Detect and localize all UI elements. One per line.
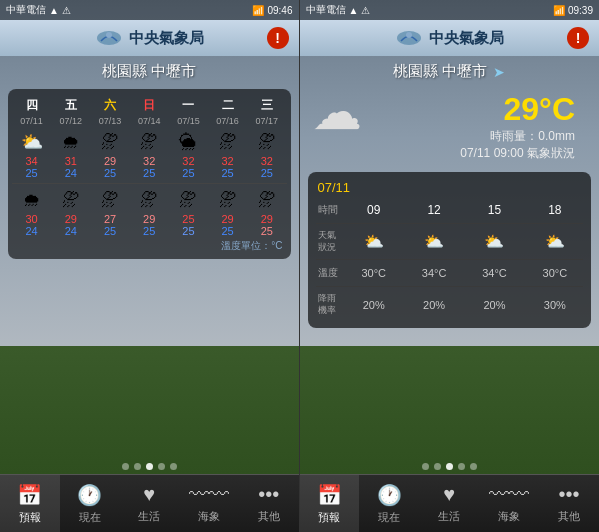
forecast-table-container: 四 五 六 日 一 二 三 07/11 07/12 07/13 07/14 07… xyxy=(8,89,291,259)
condition-label: 天氣狀況 xyxy=(314,227,344,256)
low-am-1: 24 xyxy=(51,167,90,179)
time-right: 09:39 xyxy=(568,5,593,16)
icon-am-4: 🌦 xyxy=(169,129,208,155)
nav-ocean-left[interactable]: 〰〰 海象 xyxy=(179,475,239,532)
nav-label-current-left: 現在 xyxy=(79,510,101,525)
cond-icon-1: ⛅ xyxy=(404,227,464,256)
status-right: 📶 09:46 xyxy=(252,5,292,16)
nav-label-life-left: 生活 xyxy=(138,509,160,524)
icon-pm-3: ⛈ xyxy=(130,188,169,213)
rain-hour-0: 20% xyxy=(344,290,404,319)
hourly-time-row: 時間 09 12 15 18 xyxy=(314,200,586,220)
signal-icons-right: ▲ ⚠ xyxy=(349,5,371,16)
page-dots-left xyxy=(0,463,299,470)
cond-icon-0: ⛅ xyxy=(344,227,404,256)
high-pm-6: 29 xyxy=(247,213,286,225)
high-am-0: 34 xyxy=(12,155,51,167)
rain-hour-2: 20% xyxy=(464,290,524,319)
low-pm-4: 25 xyxy=(169,225,208,237)
day-header-row: 四 五 六 日 一 二 三 xyxy=(12,95,287,116)
nav-current-left[interactable]: 🕐 現在 xyxy=(60,475,120,532)
nav-life-right[interactable]: ♥ 生活 xyxy=(419,475,479,532)
icon-pm-6: ⛈ xyxy=(247,188,286,213)
current-weather-section: ☁ 29°C 時雨量：0.0mm 07/11 09:00 氣象狀況 xyxy=(300,83,600,166)
nav-label-ocean-right: 海象 xyxy=(498,509,520,524)
page-dots-right xyxy=(300,463,600,470)
low-am-5: 25 xyxy=(208,167,247,179)
low-pm-2: 25 xyxy=(90,225,129,237)
hour-3: 18 xyxy=(525,200,585,220)
icon-am-0: ⛅ xyxy=(12,129,51,155)
dot-1[interactable] xyxy=(134,463,141,470)
dot-r-0[interactable] xyxy=(422,463,429,470)
icon-pm-4: ⛈ xyxy=(169,188,208,213)
nav-more-right[interactable]: ••• 其他 xyxy=(539,475,599,532)
dot-r-2-active[interactable] xyxy=(446,463,453,470)
weather-icons-pm: 🌧 ⛈ ⛈ ⛈ ⛈ ⛈ ⛈ xyxy=(12,188,287,213)
nav-label-ocean-left: 海象 xyxy=(198,509,220,524)
nav-ocean-right[interactable]: 〰〰 海象 xyxy=(479,475,539,532)
nav-forecast-right[interactable]: 📅 預報 xyxy=(300,475,360,532)
hourly-date: 07/11 xyxy=(314,180,586,195)
alert-icon-right[interactable]: ! xyxy=(567,27,589,49)
carrier-left: 中華電信 xyxy=(6,3,46,17)
hourly-forecast-container: 07/11 時間 09 12 15 18 天氣狀況 ⛅ ⛅ ⛅ ⛅ xyxy=(308,172,592,328)
current-icon-left: 🕐 xyxy=(77,483,102,507)
dot-r-1[interactable] xyxy=(434,463,441,470)
date-4: 07/15 xyxy=(169,116,208,129)
status-bar-left: 中華電信 ▲ ⚠ 📶 09:46 xyxy=(0,0,299,20)
high-am-1: 31 xyxy=(51,155,90,167)
date-1: 07/12 xyxy=(51,116,90,129)
dot-3[interactable] xyxy=(158,463,165,470)
low-am-4: 25 xyxy=(169,167,208,179)
high-pm-5: 29 xyxy=(208,213,247,225)
current-temperature: 29°C xyxy=(504,91,576,128)
high-pm-1: 29 xyxy=(51,213,90,225)
header-logo-left: 中央氣象局 xyxy=(95,27,204,49)
dot-4[interactable] xyxy=(170,463,177,470)
low-am-0: 25 xyxy=(12,167,51,179)
weather-icons-am: ⛅ 🌧 ⛈ ⛈ 🌦 ⛈ ⛈ xyxy=(12,129,287,155)
cwa-logo-left xyxy=(95,27,123,49)
day-1: 五 xyxy=(51,95,90,116)
svg-point-3 xyxy=(406,32,412,38)
nav-current-right[interactable]: 🕐 現在 xyxy=(359,475,419,532)
dot-0[interactable] xyxy=(122,463,129,470)
hour-1: 12 xyxy=(404,200,464,220)
icon-am-2: ⛈ xyxy=(90,129,129,155)
temp-low-pm: 24 24 25 25 25 25 25 xyxy=(12,225,287,237)
temp-low-am: 25 24 25 25 25 25 25 xyxy=(12,167,287,179)
date-header-row: 07/11 07/12 07/13 07/14 07/15 07/16 07/1… xyxy=(12,116,287,129)
forecast-table: 四 五 六 日 一 二 三 07/11 07/12 07/13 07/14 07… xyxy=(12,95,287,237)
life-icon-right: ♥ xyxy=(443,483,455,506)
hourly-temp-row: 溫度 30°C 34°C 34°C 30°C xyxy=(314,263,586,283)
temp-label: 溫度 xyxy=(314,263,344,283)
rain-hour-1: 20% xyxy=(404,290,464,319)
high-am-2: 29 xyxy=(90,155,129,167)
nav-forecast-left[interactable]: 📅 預報 xyxy=(0,475,60,532)
alert-icon-left[interactable]: ! xyxy=(267,27,289,49)
dot-2-active[interactable] xyxy=(146,463,153,470)
high-am-6: 32 xyxy=(247,155,286,167)
date-2: 07/13 xyxy=(90,116,129,129)
city-title-left: 桃園縣 中壢市 xyxy=(0,56,299,85)
day-0: 四 xyxy=(12,95,51,116)
cloud-section: ☁ xyxy=(312,83,362,141)
nav-life-left[interactable]: ♥ 生活 xyxy=(119,475,179,532)
icon-am-1: 🌧 xyxy=(51,129,90,155)
low-pm-6: 25 xyxy=(247,225,286,237)
nav-more-left[interactable]: ••• 其他 xyxy=(239,475,299,532)
low-am-2: 25 xyxy=(90,167,129,179)
hour-2: 15 xyxy=(464,200,524,220)
forecast-icon-right: 📅 xyxy=(317,483,342,507)
dot-r-3[interactable] xyxy=(458,463,465,470)
status-left-right: 中華電信 ▲ ⚠ xyxy=(306,3,371,17)
high-am-3: 32 xyxy=(130,155,169,167)
date-5: 07/16 xyxy=(208,116,247,129)
hour-0: 09 xyxy=(344,200,404,220)
header-title-right: 中央氣象局 xyxy=(429,29,504,48)
icon-pm-0: 🌧 xyxy=(12,188,51,213)
temp-hour-1: 34°C xyxy=(404,263,464,283)
date-3: 07/14 xyxy=(130,116,169,129)
dot-r-4[interactable] xyxy=(470,463,477,470)
